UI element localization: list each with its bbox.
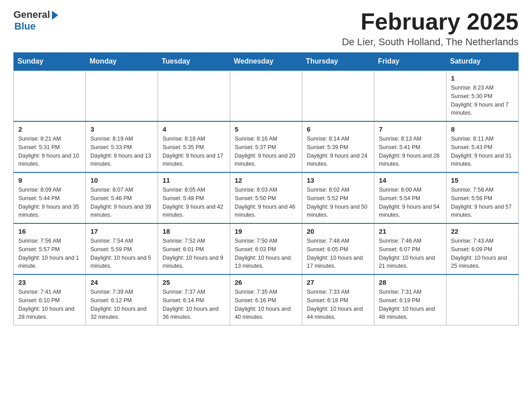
calendar-cell: 24Sunrise: 7:39 AMSunset: 6:12 PMDayligh…	[86, 274, 158, 325]
logo-blue-text: Blue	[14, 21, 36, 32]
day-info: Sunrise: 8:05 AMSunset: 5:48 PMDaylight:…	[163, 186, 225, 219]
day-number: 12	[235, 176, 297, 184]
calendar-cell: 7Sunrise: 8:13 AMSunset: 5:41 PMDaylight…	[374, 121, 446, 172]
day-header-thursday: Thursday	[302, 53, 374, 71]
day-number: 11	[163, 176, 225, 184]
calendar-cell	[302, 70, 374, 121]
day-info: Sunrise: 8:11 AMSunset: 5:43 PMDaylight:…	[451, 135, 514, 168]
day-info: Sunrise: 8:21 AMSunset: 5:31 PMDaylight:…	[18, 135, 81, 168]
calendar-table: SundayMondayTuesdayWednesdayThursdayFrid…	[13, 52, 519, 325]
day-number: 28	[379, 278, 442, 286]
calendar-cell: 3Sunrise: 8:19 AMSunset: 5:33 PMDaylight…	[86, 121, 158, 172]
day-info: Sunrise: 7:39 AMSunset: 6:12 PMDaylight:…	[90, 288, 153, 321]
day-info: Sunrise: 7:37 AMSunset: 6:14 PMDaylight:…	[163, 288, 225, 321]
day-number: 8	[451, 125, 514, 133]
calendar-cell	[230, 70, 302, 121]
day-info: Sunrise: 8:02 AMSunset: 5:52 PMDaylight:…	[307, 186, 369, 219]
day-info: Sunrise: 8:07 AMSunset: 5:46 PMDaylight:…	[90, 186, 153, 219]
day-header-sunday: Sunday	[14, 53, 86, 71]
calendar-week-row: 23Sunrise: 7:41 AMSunset: 6:10 PMDayligh…	[14, 274, 519, 325]
calendar-cell: 23Sunrise: 7:41 AMSunset: 6:10 PMDayligh…	[14, 274, 86, 325]
page-header: General Blue February 2025 De Lier, Sout…	[13, 9, 519, 48]
calendar-cell: 27Sunrise: 7:33 AMSunset: 6:18 PMDayligh…	[302, 274, 374, 325]
calendar-cell: 28Sunrise: 7:31 AMSunset: 6:19 PMDayligh…	[374, 274, 446, 325]
day-number: 9	[18, 176, 81, 184]
day-info: Sunrise: 7:35 AMSunset: 6:16 PMDaylight:…	[235, 288, 297, 321]
day-header-wednesday: Wednesday	[230, 53, 302, 71]
calendar-week-row: 16Sunrise: 7:56 AMSunset: 5:57 PMDayligh…	[14, 223, 519, 274]
day-header-saturday: Saturday	[446, 53, 519, 71]
calendar-cell	[14, 70, 86, 121]
day-number: 25	[163, 278, 225, 286]
calendar-cell: 14Sunrise: 8:00 AMSunset: 5:54 PMDayligh…	[374, 172, 446, 223]
day-info: Sunrise: 8:19 AMSunset: 5:33 PMDaylight:…	[90, 135, 153, 168]
day-info: Sunrise: 7:31 AMSunset: 6:19 PMDaylight:…	[379, 288, 442, 321]
day-number: 20	[307, 227, 369, 235]
day-info: Sunrise: 7:54 AMSunset: 5:59 PMDaylight:…	[90, 237, 153, 270]
calendar-cell: 11Sunrise: 8:05 AMSunset: 5:48 PMDayligh…	[158, 172, 230, 223]
day-number: 26	[235, 278, 297, 286]
day-info: Sunrise: 7:48 AMSunset: 6:05 PMDaylight:…	[307, 237, 369, 270]
day-number: 19	[235, 227, 297, 235]
day-info: Sunrise: 8:03 AMSunset: 5:50 PMDaylight:…	[235, 186, 297, 219]
calendar-cell	[158, 70, 230, 121]
title-block: February 2025 De Lier, South Holland, Th…	[342, 9, 519, 48]
day-number: 1	[451, 74, 514, 82]
day-number: 7	[379, 125, 442, 133]
day-number: 23	[18, 278, 81, 286]
day-info: Sunrise: 7:58 AMSunset: 5:56 PMDaylight:…	[451, 186, 514, 219]
day-header-monday: Monday	[86, 53, 158, 71]
day-number: 4	[163, 125, 225, 133]
day-info: Sunrise: 8:18 AMSunset: 5:35 PMDaylight:…	[163, 135, 225, 168]
logo: General Blue	[13, 9, 58, 32]
day-number: 3	[90, 125, 153, 133]
day-header-tuesday: Tuesday	[158, 53, 230, 71]
day-number: 14	[379, 176, 442, 184]
day-info: Sunrise: 8:13 AMSunset: 5:41 PMDaylight:…	[379, 135, 442, 168]
day-info: Sunrise: 8:16 AMSunset: 5:37 PMDaylight:…	[235, 135, 297, 168]
calendar-cell: 18Sunrise: 7:52 AMSunset: 6:01 PMDayligh…	[158, 223, 230, 274]
day-number: 5	[235, 125, 297, 133]
logo-arrow-icon	[52, 11, 58, 20]
calendar-cell: 10Sunrise: 8:07 AMSunset: 5:46 PMDayligh…	[86, 172, 158, 223]
calendar-cell: 22Sunrise: 7:43 AMSunset: 6:09 PMDayligh…	[446, 223, 519, 274]
calendar-cell: 9Sunrise: 8:09 AMSunset: 5:44 PMDaylight…	[14, 172, 86, 223]
day-info: Sunrise: 7:33 AMSunset: 6:18 PMDaylight:…	[307, 288, 369, 321]
calendar-cell	[86, 70, 158, 121]
day-number: 27	[307, 278, 369, 286]
day-info: Sunrise: 7:41 AMSunset: 6:10 PMDaylight:…	[18, 288, 81, 321]
day-number: 13	[307, 176, 369, 184]
day-number: 10	[90, 176, 153, 184]
day-number: 24	[90, 278, 153, 286]
calendar-cell: 2Sunrise: 8:21 AMSunset: 5:31 PMDaylight…	[14, 121, 86, 172]
calendar-cell: 6Sunrise: 8:14 AMSunset: 5:39 PMDaylight…	[302, 121, 374, 172]
day-number: 16	[18, 227, 81, 235]
day-info: Sunrise: 7:43 AMSunset: 6:09 PMDaylight:…	[451, 237, 514, 270]
day-number: 2	[18, 125, 81, 133]
calendar-week-row: 9Sunrise: 8:09 AMSunset: 5:44 PMDaylight…	[14, 172, 519, 223]
calendar-cell: 1Sunrise: 8:23 AMSunset: 5:30 PMDaylight…	[446, 70, 519, 121]
day-info: Sunrise: 8:00 AMSunset: 5:54 PMDaylight:…	[379, 186, 442, 219]
calendar-cell	[446, 274, 519, 325]
location-subtitle: De Lier, South Holland, The Netherlands	[342, 36, 519, 48]
calendar-header-row: SundayMondayTuesdayWednesdayThursdayFrid…	[14, 53, 519, 71]
day-number: 22	[451, 227, 514, 235]
day-info: Sunrise: 8:09 AMSunset: 5:44 PMDaylight:…	[18, 186, 81, 219]
day-info: Sunrise: 8:14 AMSunset: 5:39 PMDaylight:…	[307, 135, 369, 168]
calendar-cell: 13Sunrise: 8:02 AMSunset: 5:52 PMDayligh…	[302, 172, 374, 223]
calendar-cell: 19Sunrise: 7:50 AMSunset: 6:03 PMDayligh…	[230, 223, 302, 274]
day-number: 18	[163, 227, 225, 235]
day-info: Sunrise: 7:52 AMSunset: 6:01 PMDaylight:…	[163, 237, 225, 270]
calendar-cell: 17Sunrise: 7:54 AMSunset: 5:59 PMDayligh…	[86, 223, 158, 274]
calendar-cell: 21Sunrise: 7:46 AMSunset: 6:07 PMDayligh…	[374, 223, 446, 274]
day-number: 17	[90, 227, 153, 235]
calendar-cell: 16Sunrise: 7:56 AMSunset: 5:57 PMDayligh…	[14, 223, 86, 274]
calendar-cell: 15Sunrise: 7:58 AMSunset: 5:56 PMDayligh…	[446, 172, 519, 223]
calendar-cell: 25Sunrise: 7:37 AMSunset: 6:14 PMDayligh…	[158, 274, 230, 325]
day-number: 15	[451, 176, 514, 184]
day-info: Sunrise: 7:46 AMSunset: 6:07 PMDaylight:…	[379, 237, 442, 270]
day-info: Sunrise: 7:50 AMSunset: 6:03 PMDaylight:…	[235, 237, 297, 270]
calendar-cell	[374, 70, 446, 121]
logo-general-text: General	[13, 9, 50, 21]
calendar-cell: 26Sunrise: 7:35 AMSunset: 6:16 PMDayligh…	[230, 274, 302, 325]
